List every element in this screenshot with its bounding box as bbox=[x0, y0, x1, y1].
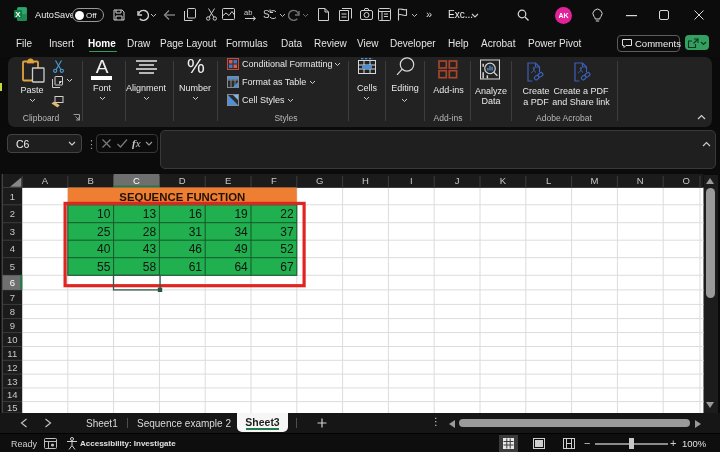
svg-text:37: 37 bbox=[280, 225, 294, 239]
svg-text:E: E bbox=[225, 175, 231, 186]
svg-text:F: F bbox=[271, 175, 277, 186]
svg-text:J: J bbox=[455, 175, 460, 186]
svg-text:13: 13 bbox=[7, 376, 18, 387]
svg-text:C: C bbox=[133, 175, 140, 186]
svg-text:40: 40 bbox=[97, 242, 111, 256]
svg-text:28: 28 bbox=[143, 225, 157, 239]
svg-text:16: 16 bbox=[189, 207, 203, 221]
svg-text:64: 64 bbox=[234, 260, 248, 274]
svg-text:L: L bbox=[546, 175, 551, 186]
svg-text:6: 6 bbox=[10, 277, 15, 288]
svg-text:9: 9 bbox=[10, 320, 15, 331]
svg-text:31: 31 bbox=[189, 225, 203, 239]
svg-text:67: 67 bbox=[280, 260, 294, 274]
svg-text:14: 14 bbox=[7, 389, 18, 400]
svg-text:46: 46 bbox=[189, 242, 203, 256]
svg-text:12: 12 bbox=[7, 362, 18, 373]
svg-text:61: 61 bbox=[189, 260, 203, 274]
svg-text:M: M bbox=[591, 175, 599, 186]
svg-text:2: 2 bbox=[10, 208, 15, 219]
svg-text:13: 13 bbox=[143, 207, 157, 221]
svg-text:SEQUENCE FUNCTION: SEQUENCE FUNCTION bbox=[119, 191, 245, 203]
svg-text:N: N bbox=[637, 175, 644, 186]
svg-text:5: 5 bbox=[10, 261, 15, 272]
svg-text:10: 10 bbox=[97, 207, 111, 221]
svg-text:3: 3 bbox=[10, 226, 15, 237]
svg-text:H: H bbox=[362, 175, 369, 186]
svg-text:25: 25 bbox=[97, 225, 111, 239]
svg-text:I: I bbox=[410, 175, 413, 186]
svg-text:10: 10 bbox=[7, 334, 18, 345]
svg-text:22: 22 bbox=[280, 207, 294, 221]
svg-text:G: G bbox=[316, 175, 323, 186]
svg-text:1: 1 bbox=[10, 191, 15, 202]
svg-text:55: 55 bbox=[97, 260, 111, 274]
svg-text:4: 4 bbox=[10, 243, 15, 254]
svg-text:11: 11 bbox=[7, 348, 17, 359]
svg-text:43: 43 bbox=[143, 242, 157, 256]
svg-text:A: A bbox=[42, 175, 49, 186]
svg-text:58: 58 bbox=[143, 260, 157, 274]
svg-text:8: 8 bbox=[10, 306, 15, 317]
svg-text:52: 52 bbox=[280, 242, 294, 256]
svg-text:19: 19 bbox=[234, 207, 248, 221]
svg-text:15: 15 bbox=[7, 402, 18, 413]
svg-text:7: 7 bbox=[10, 292, 15, 303]
svg-text:O: O bbox=[682, 175, 689, 186]
svg-text:D: D bbox=[179, 175, 186, 186]
svg-text:49: 49 bbox=[234, 242, 248, 256]
svg-text:K: K bbox=[500, 175, 507, 186]
svg-text:34: 34 bbox=[234, 225, 248, 239]
svg-text:B: B bbox=[88, 175, 94, 186]
